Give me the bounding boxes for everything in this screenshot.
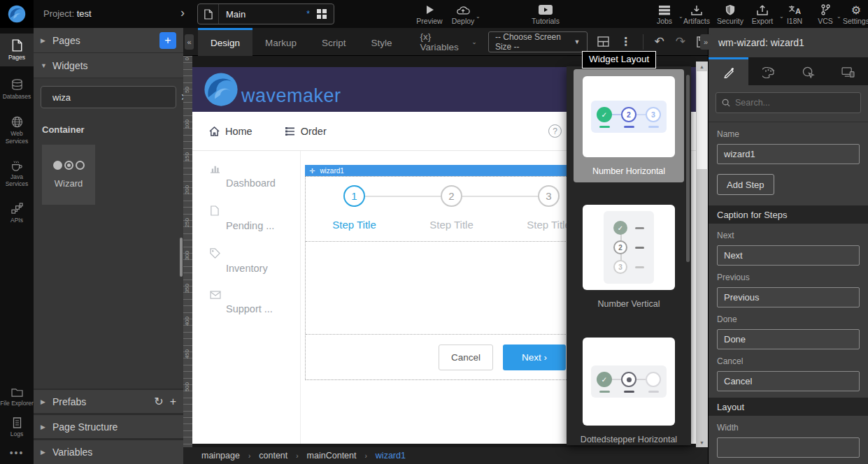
scroll-up-arrow[interactable]: ▲ bbox=[696, 61, 708, 71]
kebab-menu-icon[interactable]: ⋮ bbox=[620, 35, 632, 48]
ruler-tick: 300 bbox=[184, 251, 190, 260]
breadcrumb-content[interactable]: content bbox=[259, 451, 287, 461]
breadcrumb-maincontent[interactable]: mainContent bbox=[307, 451, 357, 461]
move-handle-icon[interactable]: ✛ bbox=[309, 167, 315, 175]
wizard-next-button[interactable]: Next › bbox=[503, 345, 566, 370]
logs-icon bbox=[12, 417, 22, 428]
cancel-caption-input[interactable] bbox=[717, 371, 860, 391]
next-arrow-icon: › bbox=[544, 352, 548, 363]
panel-scrollbar[interactable] bbox=[180, 238, 183, 277]
ruler-tick: 350 bbox=[184, 284, 190, 293]
side-nav-support[interactable]: Support ... bbox=[210, 291, 300, 314]
widget-layout-button[interactable] bbox=[597, 36, 609, 47]
rail-item-apis[interactable]: APIs bbox=[0, 197, 34, 229]
page-structure-section-header[interactable]: ▶ Page Structure bbox=[34, 414, 183, 439]
wizard-widget-card[interactable]: Wizard bbox=[42, 145, 95, 205]
wizard-step-1[interactable]: 1 Step Title bbox=[306, 185, 403, 231]
next-caption-input[interactable] bbox=[717, 245, 860, 266]
rail-item-logs[interactable]: Logs bbox=[0, 412, 34, 443]
previous-caption-input[interactable] bbox=[717, 287, 860, 307]
nav-item-order[interactable]: Order bbox=[285, 126, 327, 137]
toolbar-divider bbox=[643, 34, 643, 50]
add-step-button[interactable]: Add Step bbox=[717, 174, 774, 195]
wizard-widget-icon bbox=[53, 161, 85, 170]
tab-style[interactable]: Style bbox=[358, 28, 404, 56]
wizard-cancel-button[interactable]: Cancel bbox=[439, 345, 493, 370]
layout-option-number-vertical[interactable]: ✓ 2 3 Number Vertical bbox=[574, 198, 684, 315]
page-tab-main[interactable]: Main * bbox=[197, 3, 334, 24]
width-input[interactable] bbox=[717, 437, 860, 458]
wizard-selection-bar[interactable]: ✛ wizard1 bbox=[305, 165, 599, 176]
pages-section-header[interactable]: ▶ Pages + bbox=[34, 28, 183, 53]
scroll-down-arrow[interactable]: ▼ bbox=[696, 437, 708, 447]
ruler-tick: 250 bbox=[184, 218, 190, 227]
wizard-step-2[interactable]: 2 Step Title bbox=[403, 185, 500, 231]
properties-panel: wm-wizard: wizard1 Name Add Step Caption… bbox=[708, 28, 868, 464]
add-page-button[interactable]: + bbox=[159, 32, 176, 49]
screen-size-select[interactable]: -- Choose Screen Size --▼ bbox=[488, 31, 588, 52]
rail-item-pages[interactable]: Pages bbox=[0, 34, 34, 66]
canvas-vertical-scrollbar[interactable]: ▲ ▼ bbox=[696, 61, 708, 447]
variables-dropdown[interactable]: {x} Variables⌄ bbox=[420, 31, 476, 52]
done-caption-input[interactable] bbox=[717, 329, 860, 349]
width-label: Width bbox=[717, 423, 860, 433]
tab-devices[interactable] bbox=[828, 57, 868, 85]
wavemaker-brand-icon bbox=[202, 71, 240, 108]
page-tab-label: Main bbox=[219, 9, 305, 20]
tutorials-button[interactable]: Tutorials bbox=[526, 3, 565, 25]
ruler-tick: 500 bbox=[184, 382, 190, 391]
collapse-arrow-icon: ▶ bbox=[41, 449, 46, 456]
rail-item-databases[interactable]: Databases bbox=[0, 73, 34, 106]
breadcrumb-wizard1[interactable]: wizard1 bbox=[376, 451, 406, 461]
wavemaker-logo-icon bbox=[7, 4, 27, 24]
layout-option-dottedstepper-horizontal[interactable]: ✓ Dottedstepper Horizontal bbox=[574, 331, 684, 445]
tab-properties[interactable] bbox=[709, 57, 748, 85]
page-grid-icon[interactable] bbox=[310, 9, 334, 19]
chevron-right-icon[interactable]: › bbox=[180, 6, 185, 20]
deploy-button[interactable]: Deploy⌄ bbox=[443, 3, 483, 25]
devices-icon bbox=[841, 67, 855, 78]
rail-item-web-services[interactable]: Web Services bbox=[0, 110, 34, 150]
palette-icon bbox=[762, 67, 775, 78]
side-nav-inventory[interactable]: Inventory bbox=[210, 248, 300, 274]
scrollbar-thumb[interactable] bbox=[697, 71, 707, 169]
refresh-icon[interactable]: ↻ bbox=[154, 395, 163, 408]
side-nav-dashboard[interactable]: Dashboard bbox=[210, 164, 300, 189]
variables-section-header[interactable]: ▶ Variables bbox=[34, 439, 183, 464]
dropdown-arrow-icon: ▼ bbox=[574, 38, 581, 45]
undo-button[interactable]: ↶ bbox=[655, 34, 664, 49]
collapse-arrow-icon: ▶ bbox=[41, 37, 46, 44]
top-bar: Project: test › Main * Preview Deploy⌄ T… bbox=[0, 0, 868, 28]
wavemaker-logo[interactable] bbox=[0, 0, 34, 28]
tab-design[interactable]: Design bbox=[198, 28, 252, 56]
tab-styles[interactable] bbox=[748, 57, 788, 85]
wizard-widget[interactable]: ✛ wizard1 1 Step Title bbox=[305, 165, 599, 444]
name-input[interactable] bbox=[717, 144, 860, 164]
expand-right-panel-button[interactable]: » bbox=[700, 34, 711, 50]
widget-layout-dropdown: ✓ 2 3 Number Horizontal ✓ 2 3 Number Ver… bbox=[567, 66, 691, 445]
side-nav-pending[interactable]: Pending ... bbox=[210, 205, 300, 231]
settings-button[interactable]: ⚙ Settings bbox=[837, 3, 868, 25]
collapse-left-panel-button[interactable]: « bbox=[185, 34, 194, 50]
wizard-step-content[interactable] bbox=[306, 241, 598, 335]
export-icon bbox=[757, 3, 768, 16]
breadcrumb-mainpage[interactable]: mainpage bbox=[201, 451, 240, 461]
nav-item-home[interactable]: Home bbox=[209, 126, 252, 137]
tab-script[interactable]: Script bbox=[309, 28, 359, 56]
widget-search-input[interactable] bbox=[52, 92, 176, 103]
rail-item-java-services[interactable]: Java Services bbox=[0, 154, 34, 193]
properties-search-input[interactable] bbox=[735, 98, 855, 108]
redo-button[interactable]: ↷ bbox=[676, 34, 685, 49]
dropdown-scrollbar[interactable] bbox=[686, 75, 690, 262]
prefabs-section-header[interactable]: ▶ Prefabs ↻ + bbox=[34, 389, 183, 414]
add-prefab-icon[interactable]: + bbox=[170, 396, 176, 408]
widgets-section-header[interactable]: ▼ Widgets bbox=[34, 53, 183, 78]
rail-item-file-explorer[interactable]: File Explorer bbox=[0, 382, 34, 412]
help-icon[interactable]: ? bbox=[548, 124, 562, 138]
folder-icon bbox=[11, 388, 23, 398]
tab-markup[interactable]: Markup bbox=[252, 28, 309, 56]
more-options-icon[interactable]: ••• bbox=[0, 443, 34, 463]
tab-events[interactable] bbox=[788, 57, 828, 85]
layout-option-number-horizontal[interactable]: ✓ 2 3 Number Horizontal bbox=[574, 69, 684, 182]
chevron-down-icon: ⌄ bbox=[471, 38, 477, 45]
